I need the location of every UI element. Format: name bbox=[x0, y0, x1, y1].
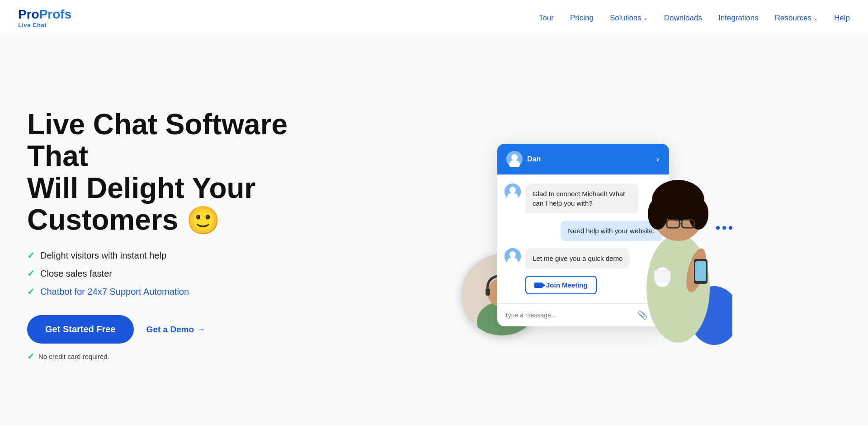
nav-pricing[interactable]: Pricing bbox=[570, 14, 594, 23]
dots-decoration bbox=[716, 226, 732, 230]
check-icon-2: ✓ bbox=[27, 268, 35, 279]
nav-resources[interactable]: Resources ⌄ bbox=[775, 14, 818, 23]
feature-item-1: ✓ Delight visitors with instant help bbox=[27, 250, 344, 261]
nav-help[interactable]: Help bbox=[834, 14, 850, 23]
feature-list: ✓ Delight visitors with instant help ✓ C… bbox=[27, 250, 344, 297]
nav-links: Tour Pricing Solutions ⌄ Downloads Integ… bbox=[539, 14, 850, 23]
dot-2 bbox=[722, 226, 726, 230]
check-icon-3: ✓ bbox=[27, 286, 35, 297]
solutions-chevron-icon: ⌄ bbox=[643, 15, 648, 21]
no-credit-note: ✓ No credit card required. bbox=[27, 351, 344, 362]
dot-1 bbox=[716, 226, 720, 230]
arrow-icon: → bbox=[197, 325, 205, 335]
logo[interactable]: ProProfs Live Chat bbox=[18, 7, 71, 28]
svg-point-6 bbox=[511, 154, 518, 160]
svg-rect-27 bbox=[654, 270, 670, 282]
agent-avatar-1 bbox=[505, 184, 521, 200]
hero-title: Live Chat Software That Will Delight You… bbox=[27, 108, 344, 236]
video-icon bbox=[534, 283, 542, 288]
nav-solutions[interactable]: Solutions ⌄ bbox=[610, 14, 648, 23]
cta-row: Get Started Free Get a Demo → bbox=[27, 315, 344, 344]
feature-item-2: ✓ Close sales faster bbox=[27, 268, 344, 279]
get-demo-link[interactable]: Get a Demo → bbox=[146, 325, 206, 335]
join-meeting-button[interactable]: Join Meeting bbox=[525, 276, 597, 294]
person-figure bbox=[597, 144, 732, 325]
hero-left: Live Chat Software That Will Delight You… bbox=[27, 108, 344, 362]
logo-wordmark: ProProfs bbox=[18, 7, 71, 22]
check-icon-credit: ✓ bbox=[27, 351, 35, 362]
hero-section: Live Chat Software That Will Delight You… bbox=[0, 36, 868, 425]
navbar: ProProfs Live Chat Tour Pricing Solution… bbox=[0, 0, 868, 36]
chat-widget-wrapper: Dan ∨ bbox=[497, 144, 687, 326]
get-started-button[interactable]: Get Started Free bbox=[27, 315, 134, 344]
check-icon-1: ✓ bbox=[27, 250, 35, 261]
svg-rect-25 bbox=[695, 261, 706, 281]
nav-downloads[interactable]: Downloads bbox=[664, 14, 702, 23]
agent-avatar-2 bbox=[505, 248, 521, 264]
dot-3 bbox=[729, 226, 732, 230]
svg-point-19 bbox=[689, 198, 708, 230]
nav-tour[interactable]: Tour bbox=[539, 14, 554, 23]
logo-subtitle: Live Chat bbox=[18, 22, 47, 28]
svg-rect-3 bbox=[486, 288, 490, 296]
svg-point-9 bbox=[509, 187, 516, 193]
feature-item-3: ✓ Chatbot for 24x7 Support Automation bbox=[27, 286, 344, 297]
chat-header-left: Dan bbox=[506, 151, 541, 167]
agent-name: Dan bbox=[527, 155, 541, 163]
svg-point-18 bbox=[648, 198, 668, 230]
chat-agent-avatar bbox=[506, 151, 523, 167]
resources-chevron-icon: ⌄ bbox=[813, 15, 818, 21]
svg-point-12 bbox=[509, 251, 516, 258]
nav-integrations[interactable]: Integrations bbox=[718, 14, 759, 23]
hero-right: Dan ∨ bbox=[344, 144, 841, 326]
smile-emoji: 🙂 bbox=[186, 205, 220, 236]
